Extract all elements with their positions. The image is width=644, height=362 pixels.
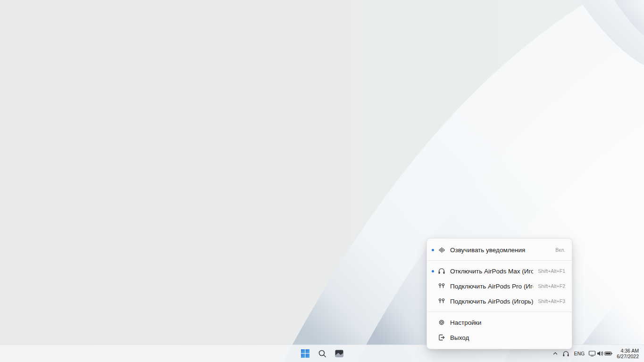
clock-date: 6/27/2022 (617, 354, 639, 360)
clock[interactable]: 4:36 AM 6/27/2022 (614, 347, 643, 360)
menu-item-exit[interactable]: Выход (427, 330, 572, 345)
network-icon (588, 350, 596, 357)
language-indicator[interactable]: ENG (571, 347, 588, 360)
menu-item-settings[interactable]: Настройки (427, 315, 572, 330)
waveform-icon (437, 246, 446, 254)
menu-item-connect-airpods[interactable]: Подключить AirPods (Игорь) Shift+Alt+F3 (427, 294, 572, 309)
tray-headphones-icon (562, 350, 569, 357)
chevron-up-icon (552, 350, 559, 357)
search-button[interactable] (315, 346, 329, 361)
menu-item-label: Отключить AirPods Max (Игорь) (450, 268, 533, 275)
speaker-icon (596, 350, 604, 357)
start-button[interactable] (298, 346, 312, 361)
menu-separator (427, 260, 571, 261)
earbuds-icon (437, 297, 446, 305)
menu-item-label: Настройки (450, 319, 565, 326)
active-dot (432, 249, 437, 251)
app-icon (335, 349, 344, 358)
menu-item-shortcut: Shift+Alt+F2 (538, 283, 565, 289)
menu-item-label: Подключить AirPods Pro (Иго... (450, 283, 533, 290)
headphones-icon (437, 267, 446, 275)
search-icon (318, 349, 327, 358)
taskbar-center-icons (298, 345, 346, 362)
earbuds-icon (437, 282, 446, 290)
battery-icon (604, 350, 613, 357)
windows-logo-icon (301, 349, 310, 358)
menu-item-label: Озвучивать уведомления (450, 247, 551, 254)
menu-item-shortcut: Shift+Alt+F1 (538, 268, 565, 274)
airpods-tray-menu: Озвучивать уведомления Вкл. Отключить Ai… (427, 238, 572, 349)
menu-item-state: Вкл. (555, 247, 565, 253)
active-dot (432, 270, 437, 272)
menu-separator (427, 312, 571, 312)
exit-icon (437, 334, 446, 341)
system-icons-group[interactable] (587, 347, 614, 360)
menu-item-label: Подключить AirPods (Игорь) (450, 298, 533, 305)
menu-item-connect-airpods-pro[interactable]: Подключить AirPods Pro (Иго... Shift+Alt… (427, 279, 572, 294)
menu-item-voice-notifications[interactable]: Озвучивать уведомления Вкл. (427, 242, 572, 257)
clock-time: 4:36 AM (617, 348, 639, 354)
menu-item-shortcut: Shift+Alt+F3 (538, 298, 565, 304)
gear-icon (437, 319, 446, 326)
menu-item-label: Выход (450, 334, 565, 341)
menu-item-disconnect-airpods-max[interactable]: Отключить AirPods Max (Игорь) Shift+Alt+… (427, 263, 572, 279)
app-button[interactable] (332, 346, 346, 361)
